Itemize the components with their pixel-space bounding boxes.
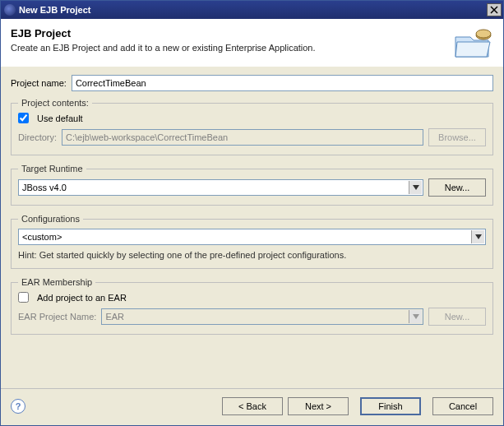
target-runtime-group: Target Runtime JBoss v4.0 New... <box>11 164 493 206</box>
directory-label: Directory: <box>18 132 57 142</box>
window-title: New EJB Project <box>19 5 487 15</box>
ear-legend: EAR Membership <box>18 277 95 287</box>
ear-project-name-value: EAR <box>105 312 406 322</box>
use-default-checkbox[interactable] <box>18 113 29 123</box>
target-runtime-value: JBoss v4.0 <box>22 183 406 192</box>
new-runtime-button[interactable]: New... <box>428 178 486 197</box>
banner-heading: EJB Project <box>11 27 452 39</box>
project-name-label: Project name: <box>11 78 67 88</box>
chevron-down-icon[interactable] <box>471 230 484 243</box>
title-bar[interactable]: New EJB Project <box>1 1 503 19</box>
configurations-value: <custom> <box>22 232 469 242</box>
target-runtime-legend: Target Runtime <box>18 164 86 174</box>
wizard-icon <box>452 27 493 60</box>
svg-point-1 <box>476 30 491 38</box>
banner-subtitle: Create an EJB Project and add it to a ne… <box>11 43 452 53</box>
target-runtime-combo[interactable]: JBoss v4.0 <box>18 179 423 196</box>
next-button[interactable]: Next > <box>288 397 349 415</box>
add-to-ear-checkbox[interactable] <box>18 292 29 303</box>
configurations-combo[interactable]: <custom> <box>18 229 486 245</box>
chevron-down-icon[interactable] <box>409 181 422 194</box>
configurations-hint: Hint: Get started quickly by selecting o… <box>18 250 486 260</box>
help-icon[interactable]: ? <box>11 399 25 414</box>
close-icon <box>490 6 498 14</box>
project-name-input[interactable] <box>72 75 493 91</box>
eclipse-icon <box>4 4 16 16</box>
cancel-button[interactable]: Cancel <box>432 397 493 415</box>
finish-button[interactable]: Finish <box>360 397 421 415</box>
browse-button: Browse... <box>428 128 486 146</box>
project-contents-group: Project contents: Use default Directory:… <box>11 98 493 155</box>
directory-input <box>62 129 423 146</box>
wizard-window: New EJB Project EJB Project Create an EJ… <box>0 0 504 426</box>
project-name-row: Project name: <box>11 75 493 91</box>
back-button[interactable]: < Back <box>222 397 283 415</box>
ear-membership-group: EAR Membership Add project to an EAR EAR… <box>11 277 493 335</box>
ear-project-name-label: EAR Project Name: <box>18 312 96 322</box>
chevron-down-icon <box>409 310 422 323</box>
use-default-label[interactable]: Use default <box>37 113 83 123</box>
footer: ? < Back Next > Finish Cancel <box>1 389 503 425</box>
configurations-group: Configurations <custom> Hint: Get starte… <box>11 214 493 269</box>
ear-project-name-combo: EAR <box>101 308 423 325</box>
configurations-legend: Configurations <box>18 214 83 224</box>
new-ear-button: New... <box>428 308 486 326</box>
add-to-ear-label[interactable]: Add project to an EAR <box>37 293 127 303</box>
content-area: Project name: Project contents: Use defa… <box>1 67 503 388</box>
project-contents-legend: Project contents: <box>18 98 92 108</box>
close-button[interactable] <box>487 3 502 16</box>
banner: EJB Project Create an EJB Project and ad… <box>1 19 503 67</box>
